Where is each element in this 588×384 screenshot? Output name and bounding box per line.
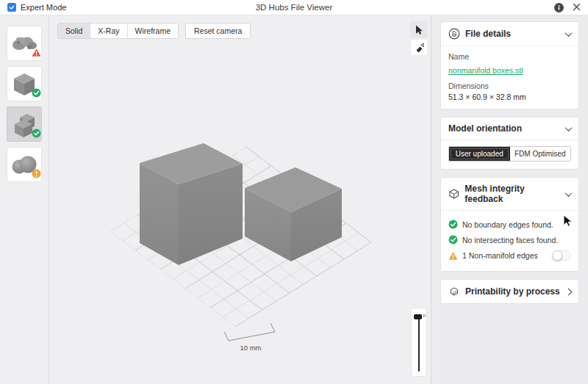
check-text: 1 Non-manifold edges	[462, 251, 538, 260]
model-thumbnail-list	[0, 15, 49, 384]
chevron-down-icon[interactable]	[565, 189, 573, 197]
check-row-non-manifold-edges: 1 Non-manifold edges	[448, 247, 571, 264]
check-circle-icon	[32, 87, 41, 101]
printability-card: Printability by process	[440, 279, 579, 304]
chevron-right-icon[interactable]	[565, 288, 573, 295]
scale-label: 10 mm	[240, 344, 261, 352]
mesh-cube-icon	[448, 188, 459, 200]
file-details-header[interactable]: File details	[441, 22, 578, 46]
printer-icon	[448, 286, 460, 297]
zoom-slider[interactable]	[411, 308, 427, 377]
zoom-slider-track[interactable]	[418, 317, 420, 372]
file-name-link[interactable]: nonmanifold boxes.stl	[448, 66, 523, 75]
select-cursor-icon	[414, 24, 424, 36]
check-text: No boundary edges found.	[462, 220, 553, 229]
view-mode-solid-button[interactable]: Solid	[58, 23, 90, 38]
scale-bracket	[224, 323, 275, 341]
file-circle-icon	[448, 28, 460, 40]
3d-viewport[interactable]: 10 mm Solid X-Ray	[49, 15, 431, 384]
expert-mode-label: Expert Mode	[21, 3, 66, 12]
mesh-integrity-card: Mesh integrity feedback No boundary edge…	[440, 177, 579, 272]
mesh-integrity-title: Mesh integrity feedback	[465, 184, 561, 204]
canvas-tool-palette	[410, 21, 428, 56]
warning-triangle-icon	[448, 251, 458, 261]
view-mode-toolbar: Solid X-Ray Wireframe Reset camera	[57, 23, 251, 39]
model-orientation-header[interactable]: Model orientation	[441, 117, 578, 140]
toggle-knob[interactable]	[552, 250, 562, 261]
expert-mode-toggle[interactable]: Expert Mode	[7, 3, 66, 12]
info-icon[interactable]	[554, 3, 564, 12]
printability-title: Printability by process	[465, 286, 560, 297]
chevron-down-icon[interactable]	[565, 124, 573, 131]
model-thumbnail-spheres[interactable]	[7, 147, 42, 182]
3d-scene: 10 mm	[49, 15, 432, 384]
small-box-mesh[interactable]	[245, 167, 342, 261]
check-circle-icon	[448, 220, 458, 229]
select-cursor-tool-button[interactable]	[410, 21, 428, 38]
check-circle-icon	[32, 128, 41, 141]
exclamation-circle-icon	[32, 168, 41, 181]
file-details-card: File details Name nonmanifold boxes.stl …	[440, 21, 579, 109]
orientation-user-uploaded-option[interactable]: User uploaded	[449, 147, 510, 161]
model-thumbnail-single-box[interactable]	[7, 66, 42, 101]
close-icon[interactable]	[573, 1, 581, 14]
printability-header[interactable]: Printability by process	[441, 280, 578, 303]
window-title: 3D Hubs File Viewer	[0, 3, 588, 12]
orientation-segmented-control: User uploaded FDM Optimised	[448, 146, 571, 162]
mesh-integrity-header[interactable]: Mesh integrity feedback	[441, 178, 578, 211]
dimensions-label: Dimensions	[448, 81, 571, 90]
dimensions-value: 51.3 × 60.9 × 32.8 mm	[448, 93, 571, 101]
reset-camera-button[interactable]: Reset camera	[185, 23, 251, 39]
checkbox-checked-icon[interactable]	[7, 3, 16, 12]
inspector-panel: File details Name nonmanifold boxes.stl …	[431, 15, 588, 384]
view-mode-xray-button[interactable]: X-Ray	[90, 23, 127, 38]
check-row-intersecting-faces: No intersecting faces found.	[448, 232, 571, 247]
zoom-slider-handle[interactable]	[414, 314, 422, 319]
large-box-mesh[interactable]	[140, 143, 243, 265]
file-viewer-window: Expert Mode 3D Hubs File Viewer	[0, 0, 588, 384]
check-row-boundary-edges: No boundary edges found.	[448, 217, 571, 232]
paint-repair-tool-button[interactable]	[410, 39, 428, 56]
zoom-slider-nub	[423, 314, 426, 317]
model-thumbnail-complex-part[interactable]	[7, 26, 42, 61]
non-manifold-highlight-toggle[interactable]	[552, 250, 571, 261]
check-text: No intersecting faces found.	[462, 236, 558, 244]
check-circle-icon	[448, 235, 458, 244]
model-orientation-title: Model orientation	[448, 123, 522, 134]
model-orientation-card: Model orientation User uploaded FDM Opti…	[440, 117, 579, 170]
orientation-fdm-optimised-option[interactable]: FDM Optimised	[510, 147, 571, 161]
view-mode-wireframe-button[interactable]: Wireframe	[128, 23, 178, 38]
file-details-title: File details	[465, 29, 511, 39]
model-thumbnail-nonmanifold-boxes[interactable]	[7, 106, 42, 142]
paint-repair-icon	[414, 42, 425, 53]
warning-triangle-icon	[32, 47, 41, 60]
name-label: Name	[448, 52, 571, 61]
chevron-down-icon[interactable]	[565, 29, 573, 37]
title-bar: Expert Mode 3D Hubs File Viewer	[0, 0, 588, 15]
